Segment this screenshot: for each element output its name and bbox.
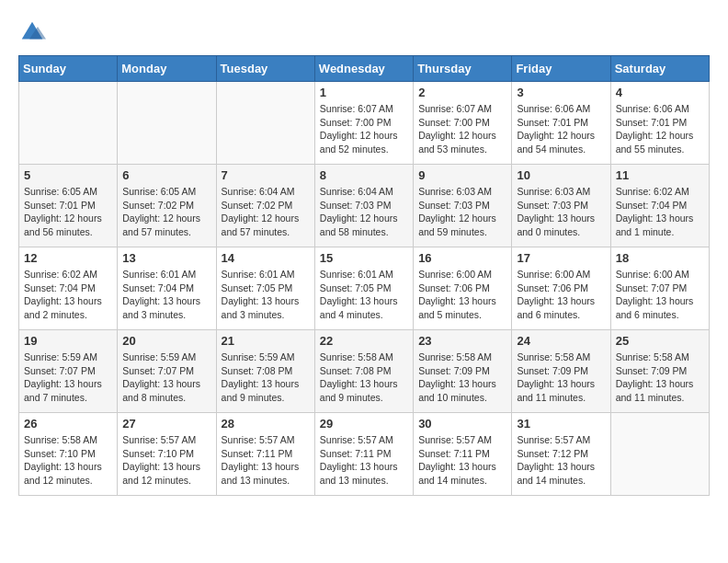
header-row: SundayMondayTuesdayWednesdayThursdayFrid… [19, 56, 710, 82]
logo [18, 18, 50, 46]
day-info: Sunrise: 6:05 AM Sunset: 7:01 PM Dayligh… [24, 185, 112, 239]
header-sunday: Sunday [19, 56, 118, 82]
day-number: 16 [418, 251, 506, 265]
day-number: 19 [24, 334, 112, 348]
day-cell-17: 17Sunrise: 6:00 AM Sunset: 7:06 PM Dayli… [512, 247, 610, 330]
day-cell-19: 19Sunrise: 5:59 AM Sunset: 7:07 PM Dayli… [19, 330, 118, 413]
day-number: 25 [616, 334, 704, 348]
week-row-3: 12Sunrise: 6:02 AM Sunset: 7:04 PM Dayli… [19, 247, 710, 330]
empty-cell [118, 82, 216, 165]
day-info: Sunrise: 6:03 AM Sunset: 7:03 PM Dayligh… [418, 185, 506, 239]
day-number: 1 [320, 86, 408, 99]
day-number: 6 [122, 168, 210, 182]
day-info: Sunrise: 6:04 AM Sunset: 7:02 PM Dayligh… [222, 185, 310, 239]
day-cell-13: 13Sunrise: 6:01 AM Sunset: 7:04 PM Dayli… [118, 247, 216, 330]
day-cell-5: 5Sunrise: 6:05 AM Sunset: 7:01 PM Daylig… [19, 165, 118, 247]
header-saturday: Saturday [610, 56, 709, 82]
day-number: 11 [616, 168, 704, 182]
day-number: 10 [517, 168, 605, 182]
day-info: Sunrise: 5:59 AM Sunset: 7:07 PM Dayligh… [24, 350, 112, 405]
header-monday: Monday [118, 56, 216, 82]
day-cell-20: 20Sunrise: 5:59 AM Sunset: 7:07 PM Dayli… [118, 330, 216, 413]
week-row-5: 26Sunrise: 5:58 AM Sunset: 7:10 PM Dayli… [19, 413, 710, 496]
day-cell-2: 2Sunrise: 6:07 AM Sunset: 7:00 PM Daylig… [414, 82, 512, 165]
day-number: 5 [24, 168, 112, 182]
day-cell-7: 7Sunrise: 6:04 AM Sunset: 7:02 PM Daylig… [216, 165, 314, 247]
day-number: 29 [320, 417, 408, 431]
day-number: 28 [222, 417, 310, 431]
day-info: Sunrise: 6:02 AM Sunset: 7:04 PM Dayligh… [616, 185, 704, 239]
page-header [18, 18, 710, 46]
day-cell-24: 24Sunrise: 5:58 AM Sunset: 7:09 PM Dayli… [512, 330, 610, 413]
header-wednesday: Wednesday [314, 56, 413, 82]
day-cell-11: 11Sunrise: 6:02 AM Sunset: 7:04 PM Dayli… [610, 165, 709, 247]
day-info: Sunrise: 6:06 AM Sunset: 7:01 PM Dayligh… [616, 102, 704, 156]
day-number: 18 [616, 251, 704, 265]
day-cell-31: 31Sunrise: 5:57 AM Sunset: 7:12 PM Dayli… [512, 413, 610, 496]
day-number: 4 [616, 86, 704, 99]
day-cell-18: 18Sunrise: 6:00 AM Sunset: 7:07 PM Dayli… [610, 247, 709, 330]
day-info: Sunrise: 6:00 AM Sunset: 7:06 PM Dayligh… [517, 268, 605, 322]
day-cell-1: 1Sunrise: 6:07 AM Sunset: 7:00 PM Daylig… [314, 82, 413, 165]
day-number: 24 [517, 334, 605, 348]
day-info: Sunrise: 5:58 AM Sunset: 7:08 PM Dayligh… [320, 350, 408, 405]
day-cell-23: 23Sunrise: 5:58 AM Sunset: 7:09 PM Dayli… [414, 330, 512, 413]
day-info: Sunrise: 5:57 AM Sunset: 7:10 PM Dayligh… [122, 433, 210, 488]
day-info: Sunrise: 6:01 AM Sunset: 7:05 PM Dayligh… [320, 268, 408, 322]
day-cell-12: 12Sunrise: 6:02 AM Sunset: 7:04 PM Dayli… [19, 247, 118, 330]
day-cell-27: 27Sunrise: 5:57 AM Sunset: 7:10 PM Dayli… [118, 413, 216, 496]
day-number: 26 [24, 417, 112, 431]
day-number: 12 [24, 251, 112, 265]
day-number: 7 [222, 168, 310, 182]
day-number: 2 [418, 86, 506, 99]
day-cell-3: 3Sunrise: 6:06 AM Sunset: 7:01 PM Daylig… [512, 82, 610, 165]
day-info: Sunrise: 5:57 AM Sunset: 7:11 PM Dayligh… [320, 433, 408, 488]
day-info: Sunrise: 6:05 AM Sunset: 7:02 PM Dayligh… [122, 185, 210, 239]
day-info: Sunrise: 5:58 AM Sunset: 7:09 PM Dayligh… [418, 350, 506, 405]
day-info: Sunrise: 6:01 AM Sunset: 7:05 PM Dayligh… [222, 268, 310, 322]
day-info: Sunrise: 5:57 AM Sunset: 7:12 PM Dayligh… [517, 433, 605, 488]
empty-cell [610, 413, 709, 496]
day-number: 13 [122, 251, 210, 265]
calendar-table: SundayMondayTuesdayWednesdayThursdayFrid… [18, 55, 710, 496]
day-number: 22 [320, 334, 408, 348]
calendar-header: SundayMondayTuesdayWednesdayThursdayFrid… [19, 56, 710, 82]
week-row-2: 5Sunrise: 6:05 AM Sunset: 7:01 PM Daylig… [19, 165, 710, 247]
day-cell-16: 16Sunrise: 6:00 AM Sunset: 7:06 PM Dayli… [414, 247, 512, 330]
logo-icon [18, 18, 46, 46]
day-info: Sunrise: 5:57 AM Sunset: 7:11 PM Dayligh… [418, 433, 506, 488]
day-cell-15: 15Sunrise: 6:01 AM Sunset: 7:05 PM Dayli… [314, 247, 413, 330]
header-friday: Friday [512, 56, 610, 82]
day-number: 14 [222, 251, 310, 265]
day-info: Sunrise: 6:03 AM Sunset: 7:03 PM Dayligh… [517, 185, 605, 239]
day-cell-4: 4Sunrise: 6:06 AM Sunset: 7:01 PM Daylig… [610, 82, 709, 165]
day-cell-30: 30Sunrise: 5:57 AM Sunset: 7:11 PM Dayli… [414, 413, 512, 496]
day-cell-29: 29Sunrise: 5:57 AM Sunset: 7:11 PM Dayli… [314, 413, 413, 496]
day-info: Sunrise: 5:59 AM Sunset: 7:07 PM Dayligh… [122, 350, 210, 405]
day-info: Sunrise: 6:06 AM Sunset: 7:01 PM Dayligh… [517, 102, 605, 156]
day-info: Sunrise: 6:00 AM Sunset: 7:07 PM Dayligh… [616, 268, 704, 322]
day-cell-14: 14Sunrise: 6:01 AM Sunset: 7:05 PM Dayli… [216, 247, 314, 330]
day-number: 30 [418, 417, 506, 431]
day-info: Sunrise: 5:58 AM Sunset: 7:09 PM Dayligh… [616, 350, 704, 405]
week-row-1: 1Sunrise: 6:07 AM Sunset: 7:00 PM Daylig… [19, 82, 710, 165]
day-cell-26: 26Sunrise: 5:58 AM Sunset: 7:10 PM Dayli… [19, 413, 118, 496]
day-info: Sunrise: 5:58 AM Sunset: 7:10 PM Dayligh… [24, 433, 112, 488]
day-cell-10: 10Sunrise: 6:03 AM Sunset: 7:03 PM Dayli… [512, 165, 610, 247]
day-cell-22: 22Sunrise: 5:58 AM Sunset: 7:08 PM Dayli… [314, 330, 413, 413]
day-number: 15 [320, 251, 408, 265]
day-info: Sunrise: 6:01 AM Sunset: 7:04 PM Dayligh… [122, 268, 210, 322]
day-number: 23 [418, 334, 506, 348]
day-info: Sunrise: 6:00 AM Sunset: 7:06 PM Dayligh… [418, 268, 506, 322]
empty-cell [216, 82, 314, 165]
day-number: 21 [222, 334, 310, 348]
day-number: 3 [517, 86, 605, 99]
calendar-body: 1Sunrise: 6:07 AM Sunset: 7:00 PM Daylig… [19, 82, 710, 496]
day-info: Sunrise: 6:04 AM Sunset: 7:03 PM Dayligh… [320, 185, 408, 239]
day-info: Sunrise: 6:02 AM Sunset: 7:04 PM Dayligh… [24, 268, 112, 322]
header-tuesday: Tuesday [216, 56, 314, 82]
day-number: 20 [122, 334, 210, 348]
week-row-4: 19Sunrise: 5:59 AM Sunset: 7:07 PM Dayli… [19, 330, 710, 413]
day-cell-28: 28Sunrise: 5:57 AM Sunset: 7:11 PM Dayli… [216, 413, 314, 496]
day-cell-6: 6Sunrise: 6:05 AM Sunset: 7:02 PM Daylig… [118, 165, 216, 247]
